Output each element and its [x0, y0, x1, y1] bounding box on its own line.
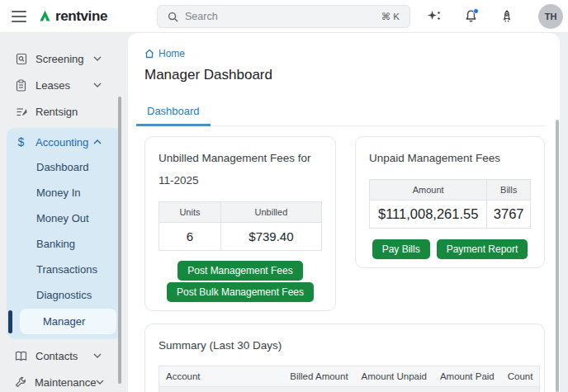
sidebar-item-label: Maintenance: [35, 376, 96, 389]
global-search[interactable]: ⌘ K: [157, 5, 410, 28]
sidebar-item-manager[interactable]: Manager: [20, 309, 116, 334]
column-header: Unbilled: [220, 202, 321, 223]
home-icon: [144, 49, 154, 59]
screening-doc-search-icon: [15, 53, 27, 65]
chevron-down-icon: [93, 353, 102, 358]
search-icon: [168, 12, 178, 22]
search-shortcut: ⌘ K: [381, 11, 400, 22]
notification-dot: [473, 8, 479, 14]
sidebar-item-screening[interactable]: Screening: [0, 45, 128, 72]
breadcrumb-home-link[interactable]: Home: [159, 48, 185, 59]
units-value: 6: [159, 223, 221, 251]
post-bulk-management-fees-button[interactable]: Post Bulk Management Fees: [167, 282, 314, 302]
unbilled-value: $739.40: [220, 223, 321, 251]
main-panel: Home Manager Dashboard Dashboard Unbille…: [128, 33, 560, 392]
sidebar-item-money-out[interactable]: Money Out: [7, 205, 121, 231]
chevron-down-icon: [93, 56, 102, 61]
paid-cell: $840.58: [433, 387, 501, 392]
column-header: Amount: [369, 180, 486, 201]
unpaid-fees-table: Amount Bills $111,008,261.55 3767: [369, 179, 531, 229]
page-title: Manager Dashboard: [144, 67, 545, 83]
main-scrollbar[interactable]: [556, 120, 559, 392]
rentvine-logo[interactable]: rentvine: [38, 8, 107, 25]
unpaid-fees-card: Unpaid Management Fees Amount Bills $111…: [355, 136, 545, 268]
chevron-down-icon: [93, 83, 102, 87]
active-item-indicator: [8, 310, 12, 333]
rentvine-logo-mark-icon: [38, 9, 52, 23]
sidebar-item-rentsign[interactable]: Rentsign: [0, 98, 128, 125]
unpaid-cell: $23,441.52: [355, 387, 433, 392]
payment-report-button[interactable]: Payment Report: [437, 239, 528, 259]
sidebar-scrollbar[interactable]: [118, 97, 121, 384]
sidebar-item-contacts[interactable]: Contacts: [0, 342, 128, 369]
sidebar: Screening Leases Rentsign $ Accounting: [0, 33, 128, 392]
column-header: Count: [501, 366, 540, 387]
breadcrumb[interactable]: Home: [144, 48, 545, 59]
column-header: Amount Unpaid: [355, 366, 433, 387]
chevron-up-icon: [93, 139, 102, 144]
count-cell: 179: [501, 387, 540, 392]
amount-value: $111,008,261.55: [369, 201, 486, 229]
table-row: 6100: Management Fee $24,282.10 $23,441.…: [159, 387, 540, 392]
rentsign-signature-icon: [15, 106, 27, 117]
whats-new-rocket-icon[interactable]: [499, 8, 515, 25]
column-header: Amount Paid: [433, 366, 501, 387]
menu-icon[interactable]: [12, 11, 26, 22]
app-header: rentvine ⌘ K TH: [0, 0, 568, 33]
dollar-icon: $: [15, 135, 27, 149]
sidebar-item-transactions[interactable]: Transactions: [7, 257, 121, 282]
tab-dashboard[interactable]: Dashboard: [136, 105, 211, 126]
sidebar-item-money-in[interactable]: Money In: [7, 180, 121, 205]
sidebar-item-label: Leases: [36, 79, 70, 92]
card-title: Unbilled Management Fees for 11-2025: [159, 147, 322, 191]
sidebar-item-accounting[interactable]: $ Accounting: [7, 130, 121, 154]
notifications-bell-icon[interactable]: [462, 8, 479, 25]
sidebar-item-leases[interactable]: Leases: [0, 72, 128, 98]
leases-clipboard-icon: [15, 79, 27, 92]
sidebar-item-label: Rentsign: [36, 106, 78, 118]
sidebar-item-banking[interactable]: Banking: [7, 231, 121, 257]
bills-value: 3767: [487, 201, 531, 229]
unbilled-fees-card: Unbilled Management Fees for 11-2025 Uni…: [144, 136, 336, 311]
summary-table: Account Billed Amount Amount Unpaid Amou…: [159, 366, 540, 392]
pay-bills-button[interactable]: Pay Bills: [372, 239, 430, 259]
card-title: Unpaid Management Fees: [369, 147, 531, 169]
summary-card: Summary (Last 30 Days) Account Billed Am…: [144, 324, 545, 392]
column-header: Billed Amount: [283, 366, 354, 387]
maintenance-wrench-icon: [15, 376, 26, 388]
column-header: Account: [159, 366, 284, 387]
logo-text: rentvine: [55, 8, 107, 25]
search-input[interactable]: [185, 11, 375, 22]
account-cell: 6100: Management Fee: [159, 387, 284, 392]
billed-cell: $24,282.10: [283, 387, 354, 392]
sidebar-item-diagnostics[interactable]: Diagnostics: [7, 282, 121, 308]
chevron-down-icon: [96, 380, 104, 385]
card-title: Summary (Last 30 Days): [159, 334, 531, 357]
contacts-book-icon: [15, 351, 27, 361]
table-row: 6 $739.40: [159, 223, 322, 251]
user-avatar[interactable]: TH: [538, 4, 563, 29]
sidebar-item-accounting-dashboard[interactable]: Dashboard: [7, 154, 121, 180]
column-header: Bills: [487, 180, 531, 201]
sidebar-item-label: Screening: [36, 53, 84, 65]
tab-bar: Dashboard: [136, 103, 545, 126]
unbilled-fees-table: Units Unbilled 6 $739.40: [159, 201, 322, 251]
sidebar-item-label: Contacts: [36, 350, 78, 362]
post-management-fees-button[interactable]: Post Management Fees: [178, 261, 302, 281]
table-row: $111,008,261.55 3767: [369, 201, 530, 229]
accounting-section: $ Accounting Dashboard Money In Money Ou…: [7, 128, 121, 339]
sidebar-item-maintenance[interactable]: Maintenance: [0, 369, 128, 392]
column-header: Units: [159, 202, 221, 223]
sidebar-item-label: Accounting: [36, 136, 88, 149]
ai-sparkle-icon[interactable]: [426, 8, 443, 25]
